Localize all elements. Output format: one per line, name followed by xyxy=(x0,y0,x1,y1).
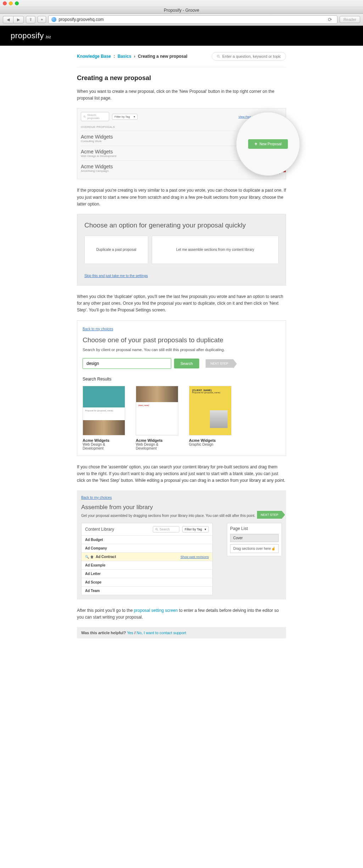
mock-next-step-button: NEXT STEP xyxy=(206,359,233,368)
mock-library-panel: Content Library Search Filter by Tag▾ Ad… xyxy=(81,523,213,595)
mock-library-item: Ad Budget xyxy=(82,535,212,544)
svg-line-5 xyxy=(157,530,158,531)
paragraph: After this point you'll go to the propos… xyxy=(77,607,286,621)
browser-toolbar: ◀ ▶ ⇪ + proposify.groovehq.com ⟳ Reader xyxy=(0,14,363,26)
intro-paragraph: When you want to create a new proposal, … xyxy=(77,88,286,102)
back-button[interactable]: ◀ xyxy=(3,16,13,23)
breadcrumb-sep: : xyxy=(113,54,115,59)
reload-icon[interactable]: ⟳ xyxy=(326,17,334,22)
svg-point-2 xyxy=(84,115,85,117)
screenshot-proposal-list: Search proposals Filter by Tag▾ View Pas… xyxy=(77,108,286,179)
site-header: proposify .biz xyxy=(0,26,363,46)
logo-text: proposify xyxy=(11,31,44,40)
breadcrumb-basics[interactable]: Basics xyxy=(118,54,132,59)
breadcrumb: Knowledge Base : Basics › Creating a new… xyxy=(77,54,187,59)
mock-library-item: Ad Company xyxy=(82,544,212,552)
mock-heading: Assemble from your library xyxy=(81,504,282,511)
feedback-yes-link[interactable]: Yes xyxy=(127,631,133,635)
chevron-down-icon: ▾ xyxy=(134,115,135,118)
minimize-icon[interactable] xyxy=(9,1,13,5)
paragraph: If the proposal you're creating is very … xyxy=(77,187,286,208)
magnifier-overlay: + New Proposal xyxy=(236,112,300,176)
mock-library-label: Content Library xyxy=(85,527,150,532)
proposal-settings-link[interactable]: proposal setting screen xyxy=(134,608,178,613)
svg-point-4 xyxy=(156,528,157,530)
browser-tab-title: Proposify - Groove xyxy=(0,7,363,14)
article-feedback: Was this article helpful? Yes / No, I wa… xyxy=(77,627,286,638)
search-icon xyxy=(83,115,86,118)
chevron-down-icon: ▾ xyxy=(205,528,206,531)
search-icon xyxy=(217,55,220,58)
paragraph: If you chose the 'assemble' option, you … xyxy=(77,464,286,484)
mock-drop-zone: Drag sections over here ☝ xyxy=(230,544,279,553)
url-text: proposify.groovehq.com xyxy=(58,17,104,22)
forward-button[interactable]: ▶ xyxy=(13,16,24,23)
logo[interactable]: proposify .biz xyxy=(11,31,352,40)
mock-library-item: Ad Example xyxy=(82,561,212,569)
mock-pagelist-panel: Page List Cover Drag sections over here … xyxy=(227,523,282,556)
search-icon: 🔍 xyxy=(85,555,89,559)
kb-search-input[interactable] xyxy=(222,54,281,58)
svg-line-3 xyxy=(85,117,85,118)
mock-search-input xyxy=(83,358,171,369)
trash-icon: 🗑 xyxy=(90,555,94,559)
hand-icon: ☝ xyxy=(271,547,275,551)
paragraph: When you click the 'duplicate' option, y… xyxy=(77,293,286,314)
reader-button[interactable]: Reader xyxy=(340,16,360,23)
mock-subtext: Search by client or proposal name. You c… xyxy=(83,348,280,352)
mock-library-item-active: 🔍🗑 Ad Contract Show past revisions xyxy=(82,552,212,561)
kb-search[interactable] xyxy=(212,52,286,61)
url-bar[interactable]: proposify.groovehq.com ⟳ xyxy=(48,15,337,24)
mock-back-link: Back to my choices xyxy=(83,327,113,331)
mock-skip-link: Skip this and just take me to the settin… xyxy=(84,274,148,278)
mock-heading: Choose one of your past proposals to dup… xyxy=(83,336,280,344)
mock-next-step-button: NEXT STEP xyxy=(257,511,282,519)
mock-library-item: Ad Scope xyxy=(82,578,212,586)
window-controls xyxy=(0,0,363,7)
svg-point-0 xyxy=(217,55,219,57)
breadcrumb-current: Creating a new proposal xyxy=(138,54,187,59)
mock-library-item: Ad Team xyxy=(82,586,212,595)
screenshot-assemble: Back to my choices Assemble from your li… xyxy=(77,490,286,599)
add-tab-button[interactable]: + xyxy=(38,16,46,23)
mock-heading: Choose an option for generating your pro… xyxy=(84,221,279,229)
mock-search-input: Search proposals xyxy=(81,112,109,121)
feedback-question: Was this article helpful? xyxy=(81,631,127,635)
globe-icon xyxy=(51,17,56,22)
logo-suffix: .biz xyxy=(45,35,51,39)
mock-result-card: {client_name} Acme Widgets Web Design & … xyxy=(136,386,178,450)
mock-search-button: Search xyxy=(174,359,199,368)
breadcrumb-kb[interactable]: Knowledge Base xyxy=(77,54,111,59)
close-icon[interactable] xyxy=(3,1,7,5)
page-title: Creating a new proposal xyxy=(77,74,286,82)
svg-line-1 xyxy=(219,57,220,58)
mock-result-card: Proposal for {proposal_name} Acme Widget… xyxy=(83,386,125,450)
mock-back-link: Back to my choices xyxy=(81,496,112,500)
breadcrumb-sep: › xyxy=(134,54,135,59)
mock-mini-search: Search xyxy=(153,526,179,532)
zoom-icon[interactable] xyxy=(15,1,19,5)
mock-past-revisions-link: Show past revisions xyxy=(180,555,209,559)
mock-option-duplicate: Duplicate a past proposal xyxy=(84,236,148,264)
search-icon xyxy=(155,528,158,531)
mock-library-item: Ad Letter xyxy=(82,569,212,578)
new-proposal-button: + New Proposal xyxy=(248,139,288,149)
share-button[interactable]: ⇪ xyxy=(26,16,35,23)
mock-option-assemble: Let me assemble sections from my content… xyxy=(152,236,279,264)
divider xyxy=(77,67,286,67)
mock-filter-dropdown: Filter by Tag▾ xyxy=(112,114,138,120)
screenshot-choose-option: Choose an option for generating your pro… xyxy=(77,214,286,286)
mock-cover-item: Cover xyxy=(230,534,279,542)
browser-chrome: Proposify - Groove ◀ ▶ ⇪ + proposify.gro… xyxy=(0,0,363,26)
item-action-icons: 🔍🗑 xyxy=(85,555,94,559)
plus-icon: + xyxy=(255,142,257,146)
mock-result-card: {CLIENT_NAME}Proposal for {proposal_name… xyxy=(189,386,231,450)
mock-pagelist-label: Page List xyxy=(230,526,279,531)
mock-subtext: Get your proposal assembled by dragging … xyxy=(81,514,282,518)
feedback-no-link[interactable]: No, I want to contact support xyxy=(136,631,186,635)
mock-results-label: Search Results xyxy=(83,377,280,382)
mock-mini-filter: Filter by Tag▾ xyxy=(182,526,209,532)
screenshot-duplicate: Back to my choices Choose one of your pa… xyxy=(77,320,286,456)
